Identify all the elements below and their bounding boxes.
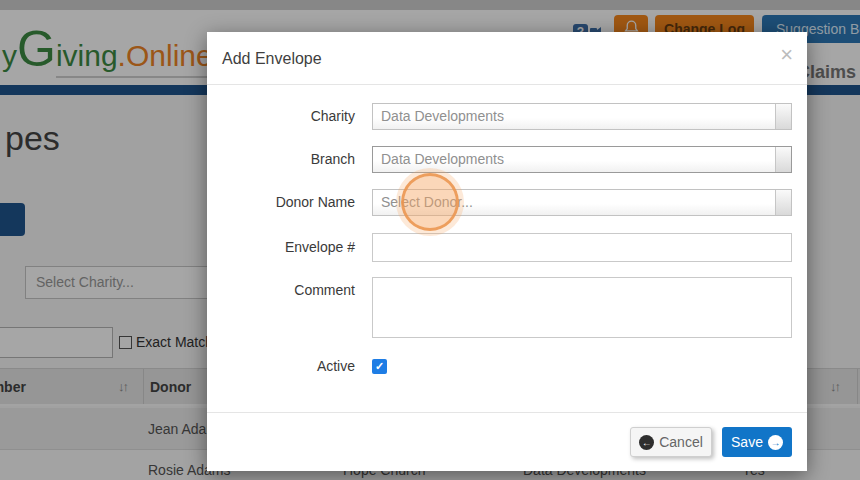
arrow-right-circle-icon: → (768, 435, 783, 450)
add-envelope-modal: Add Envelope × Charity Data Developments… (207, 32, 807, 471)
close-icon[interactable]: × (780, 44, 793, 66)
charity-field-label: Charity (207, 103, 355, 130)
dropdown-arrow-icon (775, 147, 791, 172)
click-indicator (401, 173, 459, 231)
branch-select-value: Data Developments (381, 147, 504, 172)
dropdown-arrow-icon (775, 190, 791, 215)
save-button-label: Save (731, 434, 763, 450)
active-checkbox[interactable]: ✓ (372, 359, 387, 374)
check-icon: ✓ (375, 360, 384, 372)
dropdown-arrow-icon (775, 104, 791, 129)
cancel-button[interactable]: ← Cancel (630, 427, 712, 457)
active-field-label: Active (207, 359, 355, 374)
save-button[interactable]: Save → (722, 427, 792, 457)
app-window: yGiving.Online ? Change Log Suggestion B… (0, 0, 860, 480)
comment-field-label: Comment (207, 282, 355, 298)
arrow-left-circle-icon: ← (639, 435, 654, 450)
charity-select[interactable]: Data Developments (372, 103, 792, 130)
branch-field-label: Branch (207, 146, 355, 173)
cancel-button-label: Cancel (659, 434, 703, 450)
envelope-number-input[interactable] (372, 233, 792, 262)
envelope-field-label: Envelope # (207, 233, 355, 262)
donor-field-label: Donor Name (207, 189, 355, 216)
charity-select-value: Data Developments (381, 104, 504, 129)
footer-divider (207, 412, 807, 413)
modal-header: Add Envelope × (207, 32, 807, 85)
branch-select[interactable]: Data Developments (372, 146, 792, 173)
modal-title: Add Envelope (222, 50, 322, 68)
comment-textarea[interactable] (372, 277, 792, 338)
